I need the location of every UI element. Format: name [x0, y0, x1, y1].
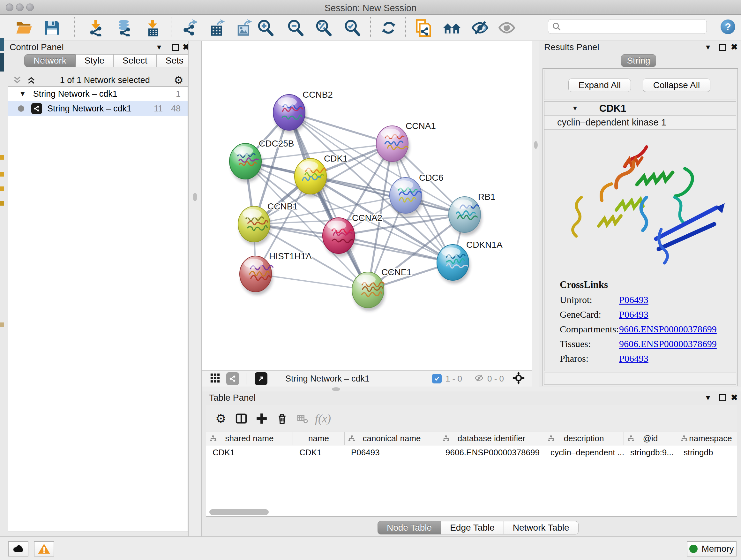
network-badge-icon[interactable]	[226, 372, 239, 385]
birds-eye-view-icon[interactable]	[512, 372, 525, 386]
network-canvas[interactable]: CDK1CCNB1CCNB2CCNA1CCNA2CCNE1CDC25BCDC6C…	[202, 41, 532, 370]
clone-network-icon[interactable]	[414, 18, 433, 37]
table-tab-network-table[interactable]: Network Table	[504, 521, 579, 535]
search-input[interactable]	[564, 22, 703, 32]
export-table-icon[interactable]	[208, 18, 227, 37]
open-session-icon[interactable]	[14, 18, 33, 37]
grid-view-icon[interactable]	[210, 373, 220, 385]
import-network-from-database-icon[interactable]	[115, 18, 134, 37]
save-session-icon[interactable]	[43, 18, 62, 37]
table-tab-edge-table[interactable]: Edge Table	[441, 521, 504, 535]
toolbar-separator	[171, 17, 172, 38]
network-node-RB1[interactable]: RB1	[449, 192, 495, 236]
cloud-status-button[interactable]	[8, 541, 28, 557]
table-cell[interactable]: CDK1	[293, 445, 345, 459]
results-panel-menu-icon[interactable]: ▾	[706, 42, 710, 52]
column-header-description[interactable]: description	[544, 432, 624, 445]
table-cell[interactable]: CDK1	[206, 445, 293, 459]
zoom-in-icon[interactable]	[256, 18, 275, 37]
crosslink-link[interactable]: P06493	[619, 309, 649, 320]
vertical-splitter-left[interactable]	[188, 41, 202, 537]
column-header-database-identifier[interactable]: database identifier	[439, 432, 544, 445]
crosslink-link[interactable]: P06493	[619, 294, 649, 305]
column-header-canonical-name[interactable]: canonical name	[345, 432, 439, 445]
search-field[interactable]	[548, 19, 707, 34]
network-node-CDKN1A[interactable]: CDKN1A	[437, 240, 502, 284]
import-table-icon[interactable]	[143, 18, 162, 37]
table-panel-close-icon[interactable]: ✖	[731, 393, 738, 402]
show-all-icon[interactable]	[497, 18, 516, 37]
table-panel-float-icon[interactable]	[719, 394, 726, 402]
control-panel-float-icon[interactable]	[172, 44, 179, 52]
hide-selected-icon[interactable]	[470, 18, 489, 37]
column-header-name[interactable]: name	[293, 432, 345, 445]
zoom-fit-icon[interactable]	[314, 18, 333, 37]
table-cell[interactable]: P06493	[345, 445, 439, 459]
memory-button[interactable]: Memory	[687, 541, 737, 557]
zoom-selected-icon[interactable]	[343, 18, 362, 37]
table-cell[interactable]: cyclin–dependent ...	[544, 445, 624, 459]
section-collapse-icon[interactable]: ▼	[572, 105, 578, 112]
table-cell[interactable]: 9606.ENSP00000378699	[439, 445, 544, 459]
table-panel-menu-icon[interactable]: ▾	[706, 393, 710, 402]
network-node-CCNA2[interactable]: CCNA2	[323, 213, 382, 257]
network-node-CCNB1[interactable]: CCNB1	[238, 201, 298, 245]
function-builder-icon[interactable]: f(x)	[313, 410, 333, 428]
warning-icon	[38, 543, 51, 555]
table-options-gear-icon[interactable]: ⚙	[211, 410, 231, 428]
tab-style[interactable]: Style	[76, 54, 114, 67]
tab-sets[interactable]: Sets	[157, 54, 193, 67]
table-horizontal-scrollbar[interactable]	[209, 509, 269, 515]
add-column-icon[interactable]	[252, 410, 272, 428]
table-row[interactable]: CDK1CDK1P064939606.ENSP00000378699cyclin…	[206, 445, 737, 459]
tab-network[interactable]: Network	[24, 54, 76, 67]
import-network-icon[interactable]	[86, 18, 105, 37]
help-button[interactable]: ?	[721, 19, 735, 34]
table-tab-node-table[interactable]: Node Table	[378, 521, 441, 535]
background-window-sliver	[0, 53, 4, 71]
network-collection-row[interactable]: ▼ String Network – cdk1 1	[8, 86, 188, 101]
table-cell[interactable]: stringdb:9...	[624, 445, 677, 459]
network-node-CDC6[interactable]: CDC6	[390, 173, 443, 216]
expand-all-networks-icon[interactable]	[26, 75, 36, 85]
tab-select[interactable]: Select	[114, 54, 157, 67]
network-node-CDK1[interactable]: CDK1	[294, 153, 348, 197]
node-label-CCNA1: CCNA1	[406, 121, 436, 131]
network-node-CCNE1[interactable]: CCNE1	[352, 267, 412, 311]
column-header-shared-name[interactable]: shared name	[206, 432, 293, 445]
zoom-out-icon[interactable]	[286, 18, 305, 37]
refresh-icon[interactable]	[379, 18, 398, 37]
collapse-all-networks-icon[interactable]	[12, 75, 22, 85]
detach-view-icon[interactable]	[255, 372, 267, 385]
results-panel-close-icon[interactable]: ✖	[731, 42, 738, 52]
network-options-gear-icon[interactable]: ⚙	[174, 74, 184, 86]
collapse-all-button[interactable]: Collapse All	[643, 78, 711, 92]
results-tab-string[interactable]: String	[621, 54, 656, 67]
string-network-graph[interactable]: CDK1CCNB1CCNB2CCNA1CCNA2CCNE1CDC25BCDC6C…	[202, 41, 532, 370]
selected-checkbox-icon[interactable]	[432, 374, 442, 383]
show-columns-icon[interactable]	[231, 410, 252, 428]
export-network-icon[interactable]	[180, 18, 199, 37]
warning-status-button[interactable]	[34, 541, 54, 557]
network-node-HIST1H1A[interactable]: HIST1H1A	[240, 251, 312, 295]
export-image-icon[interactable]	[234, 18, 254, 37]
vertical-splitter-right[interactable]	[532, 41, 539, 387]
column-header-@id[interactable]: @id	[624, 432, 677, 445]
protein-section-header[interactable]: ▼ CDK1	[544, 102, 736, 116]
control-panel-menu-icon[interactable]: ▾	[157, 42, 161, 52]
crosslink-link[interactable]: P06493	[619, 353, 649, 364]
table-cell[interactable]: stringdb	[677, 445, 741, 459]
results-panel-float-icon[interactable]	[719, 44, 726, 52]
network-node-CDC25B[interactable]: CDC25B	[229, 138, 294, 182]
expand-all-button[interactable]: Expand All	[568, 78, 631, 92]
delete-table-icon[interactable]	[292, 410, 313, 428]
crosslink-link[interactable]: 9606.ENSP00000378699	[619, 324, 717, 334]
network-node-CCNB2[interactable]: CCNB2	[273, 90, 333, 133]
crosslink-link[interactable]: 9606.ENSP00000378699	[619, 338, 717, 349]
tree-expander-icon[interactable]: ▼	[19, 90, 26, 98]
first-neighbors-icon[interactable]	[442, 18, 461, 37]
network-row-selected[interactable]: String Network – cdk1 11 48	[8, 101, 188, 116]
horizontal-splitter[interactable]	[202, 387, 741, 391]
column-header-namespace[interactable]: namespace	[677, 432, 741, 445]
delete-column-icon[interactable]	[272, 410, 292, 428]
